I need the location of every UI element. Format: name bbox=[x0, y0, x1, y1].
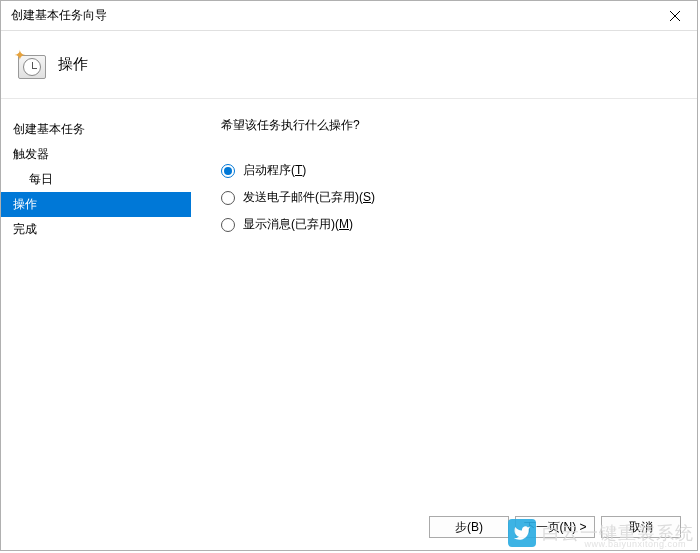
action-option-0[interactable]: 启动程序(T) bbox=[221, 162, 677, 179]
close-button[interactable] bbox=[652, 1, 697, 31]
page-title: 操作 bbox=[58, 55, 88, 74]
radio-label: 启动程序(T) bbox=[243, 162, 306, 179]
radio-icon bbox=[221, 218, 235, 232]
wizard-header: ✦ 操作 bbox=[1, 31, 697, 99]
wizard-sidebar: 创建基本任务触发器每日操作完成 bbox=[1, 99, 191, 509]
question-label: 希望该任务执行什么操作? bbox=[221, 117, 677, 134]
radio-label: 显示消息(已弃用)(M) bbox=[243, 216, 353, 233]
cancel-button[interactable]: 取消 bbox=[601, 516, 681, 538]
close-icon bbox=[670, 11, 680, 21]
next-button[interactable]: 下一页(N) > bbox=[515, 516, 595, 538]
sidebar-item-0[interactable]: 创建基本任务 bbox=[1, 117, 191, 142]
sidebar-item-1[interactable]: 触发器 bbox=[1, 142, 191, 167]
sidebar-item-2[interactable]: 每日 bbox=[1, 167, 191, 192]
titlebar: 创建基本任务向导 bbox=[1, 1, 697, 31]
wizard-body: 创建基本任务触发器每日操作完成 希望该任务执行什么操作? 启动程序(T)发送电子… bbox=[1, 99, 697, 509]
action-option-2[interactable]: 显示消息(已弃用)(M) bbox=[221, 216, 677, 233]
wizard-window: 创建基本任务向导 ✦ 操作 创建基本任务触发器每日操作完成 希望该任务执行什么操… bbox=[0, 0, 698, 551]
window-title: 创建基本任务向导 bbox=[11, 7, 107, 24]
wizard-main: 希望该任务执行什么操作? 启动程序(T)发送电子邮件(已弃用)(S)显示消息(已… bbox=[191, 99, 697, 509]
back-button[interactable]: 步(B) bbox=[429, 516, 509, 538]
radio-label: 发送电子邮件(已弃用)(S) bbox=[243, 189, 375, 206]
action-radio-group: 启动程序(T)发送电子邮件(已弃用)(S)显示消息(已弃用)(M) bbox=[221, 162, 677, 233]
wizard-footer: 步(B) 下一页(N) > 取消 bbox=[429, 516, 681, 538]
sidebar-item-4[interactable]: 完成 bbox=[1, 217, 191, 242]
sidebar-item-3[interactable]: 操作 bbox=[1, 192, 191, 217]
action-option-1[interactable]: 发送电子邮件(已弃用)(S) bbox=[221, 189, 677, 206]
radio-icon bbox=[221, 164, 235, 178]
radio-icon bbox=[221, 191, 235, 205]
task-scheduler-icon: ✦ bbox=[16, 49, 48, 81]
